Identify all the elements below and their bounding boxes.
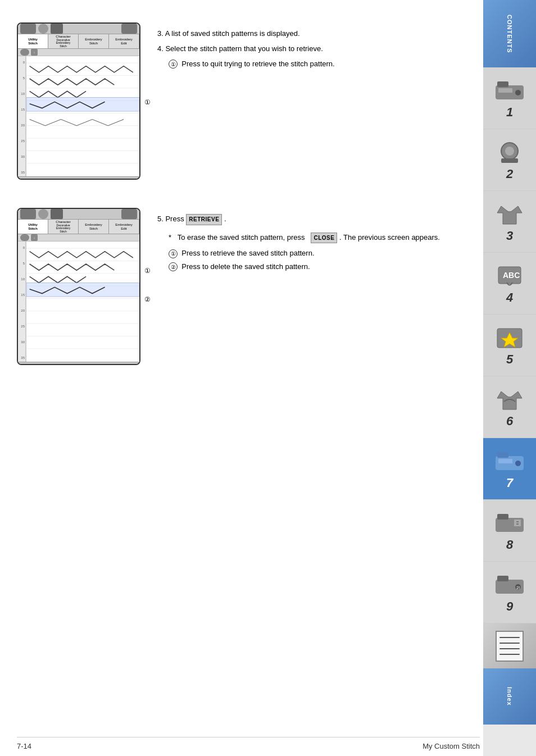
top-retrieve-button[interactable]: RETRIEVE xyxy=(52,179,80,180)
top-bar-icon-1 xyxy=(20,24,36,34)
svg-rect-30 xyxy=(26,98,139,112)
tab-5-icon xyxy=(493,324,526,352)
bottom-screen-tabs: Utility Stitch Character Decorative Embr… xyxy=(18,220,139,234)
bottom-delete-button[interactable]: DELETE xyxy=(81,364,105,365)
tab-1-number: 1 xyxy=(506,105,513,120)
bottom-stitch-pattern-area xyxy=(26,242,139,362)
screen-tab-utility[interactable]: Utility Stitch xyxy=(18,34,48,48)
sidebar-index-tab[interactable]: Index xyxy=(483,668,536,725)
bottom-row-25: 25 xyxy=(18,322,25,330)
screen-tab-embroidery[interactable]: Embroidery Stitch xyxy=(79,34,109,48)
bottom-retrieve-button[interactable]: RETRIEVE xyxy=(52,364,80,365)
tab-4-number: 4 xyxy=(506,290,513,305)
bottom-row-0: 0 xyxy=(18,244,25,252)
tab-9-number: 9 xyxy=(506,599,513,614)
main-content: Utility Stitch Character Decorative Embr… xyxy=(0,0,483,756)
svg-point-5 xyxy=(505,147,514,156)
icon-small-1 xyxy=(20,49,29,56)
svg-rect-6 xyxy=(501,158,518,163)
bottom-screen-panel: Utility Stitch Character Decorative Embr… xyxy=(17,208,140,365)
bottom-retrieve-delete-row: RETRIEVE DELETE xyxy=(20,364,138,365)
svg-rect-3 xyxy=(498,88,512,93)
sidebar-tab-6[interactable]: 6 xyxy=(483,376,536,438)
top-delete-button[interactable]: DELETE xyxy=(81,179,105,180)
stitch-grid-wrapper: 0 5 10 15 20 25 30 xyxy=(18,56,139,176)
notes-icon xyxy=(496,631,524,662)
sidebar-contents-tab[interactable]: CONTENTS xyxy=(483,0,536,67)
screen-tab-edit[interactable]: Embroidery Edit xyxy=(109,34,139,48)
bottom-row-spacer5 xyxy=(18,315,25,322)
note-text2: . The previous screen appears. xyxy=(339,233,440,242)
bottom-row-spacer1 xyxy=(18,252,25,259)
tab-9-icon: 2! xyxy=(493,571,526,599)
svg-text:ABC: ABC xyxy=(503,271,520,280)
small-icon-row: ↓ xyxy=(18,49,139,56)
bottom-screen-tab-embroidery[interactable]: Embroidery Stitch xyxy=(79,220,109,234)
sidebar-tab-2[interactable]: 2 xyxy=(483,129,536,191)
bottom-row-30: 30 xyxy=(18,338,25,346)
row-25: 25 xyxy=(18,137,25,145)
svg-rect-18 xyxy=(497,576,508,581)
tab-6-icon xyxy=(493,386,526,414)
tab-3-number: 3 xyxy=(506,229,513,243)
sidebar-tab-5[interactable]: 5 xyxy=(483,315,536,376)
icon-small-2: ↓ xyxy=(31,49,38,56)
row-spacer1 xyxy=(18,66,25,74)
tab-4-icon: ABC xyxy=(493,262,526,290)
svg-rect-1 xyxy=(497,81,508,87)
note-star: * xyxy=(169,233,171,242)
tab-2-icon xyxy=(493,139,526,167)
retrieve-inline-btn[interactable]: RETRIEVE xyxy=(186,214,222,225)
bottom-small-icon-row: ↓ xyxy=(18,234,139,242)
tab-2-number: 2 xyxy=(506,167,513,181)
sidebar-tab-7[interactable]: 7 xyxy=(483,438,536,500)
bottom-screen-tab-character[interactable]: Character Decorative Embroidery Stitch xyxy=(48,220,79,234)
sidebar-tab-9[interactable]: 2! 9 xyxy=(483,562,536,623)
bottom-top-bar-icon-1 xyxy=(20,209,36,219)
svg-rect-16 xyxy=(497,514,508,520)
bottom-stitch-grid-wrapper: 0 5 10 15 20 25 30 xyxy=(18,242,139,362)
row-30: 30 xyxy=(18,153,25,161)
bottom-row-35: 35 xyxy=(18,354,25,362)
step-4-text: 4. Select the stitch pattern that you wi… xyxy=(157,43,466,55)
bottom-screen-tab-utility[interactable]: Utility Stitch xyxy=(18,220,48,234)
top-bar-icon-4 xyxy=(121,24,137,34)
row-20: 20 xyxy=(18,121,25,129)
sidebar-tab-1[interactable]: 1 xyxy=(483,67,536,129)
screen-tab-character[interactable]: Character Decorative Embroidery Stitch xyxy=(48,34,79,48)
row-spacer2 xyxy=(18,82,25,90)
bottom-row-spacer3 xyxy=(18,283,25,291)
tab-7-icon xyxy=(493,448,526,476)
sidebar-notes-tab[interactable] xyxy=(483,623,536,668)
step-4-sub1-text: Press to quit trying to retrieve the sti… xyxy=(181,60,334,68)
bottom-row-5: 5 xyxy=(18,259,25,267)
note-sub2: ② Press to delete the saved stitch patte… xyxy=(169,261,466,272)
svg-rect-14 xyxy=(498,459,512,463)
row-35: 35 xyxy=(18,168,25,176)
sidebar-tab-8[interactable]: 8 xyxy=(483,500,536,562)
step-5-period: . xyxy=(224,215,226,223)
top-screen-container: Utility Stitch Character Decorative Embr… xyxy=(17,22,140,191)
note-circle-1: ① xyxy=(169,249,178,258)
top-bar-icon-3 xyxy=(51,24,63,34)
retrieve-delete-row: RETRIEVE DELETE xyxy=(20,179,138,180)
tab-8-icon xyxy=(493,509,526,538)
tab-6-number: 6 xyxy=(506,414,513,429)
circle-annotation-2-bottom: ② xyxy=(144,295,151,303)
close-inline-btn[interactable]: CLOSE xyxy=(311,233,337,243)
step-5-text: 5. Press RETRIEVE . xyxy=(157,213,466,225)
row-10: 10 xyxy=(18,90,25,98)
sidebar-tab-4[interactable]: ABC 4 xyxy=(483,253,536,315)
bottom-top-bar-icon-4 xyxy=(121,209,137,219)
bottom-screen-tab-edit[interactable]: Embroidery Edit xyxy=(109,220,139,234)
note-sub1-text: Press to retrieve the saved stitch patte… xyxy=(181,249,314,257)
svg-rect-12 xyxy=(497,452,508,458)
circle-annotation-1-bottom: ① xyxy=(144,267,151,275)
sidebar-tab-3[interactable]: 3 xyxy=(483,191,536,253)
screen-top-bar xyxy=(18,24,139,34)
note-sub1: ① Press to retrieve the saved stitch pat… xyxy=(169,248,466,259)
note-text: To erase the saved stitch pattern, press xyxy=(178,233,305,242)
tab-5-number: 5 xyxy=(506,352,513,367)
screen-tabs: Utility Stitch Character Decorative Embr… xyxy=(18,34,139,49)
stitch-pattern-svg xyxy=(26,56,139,176)
